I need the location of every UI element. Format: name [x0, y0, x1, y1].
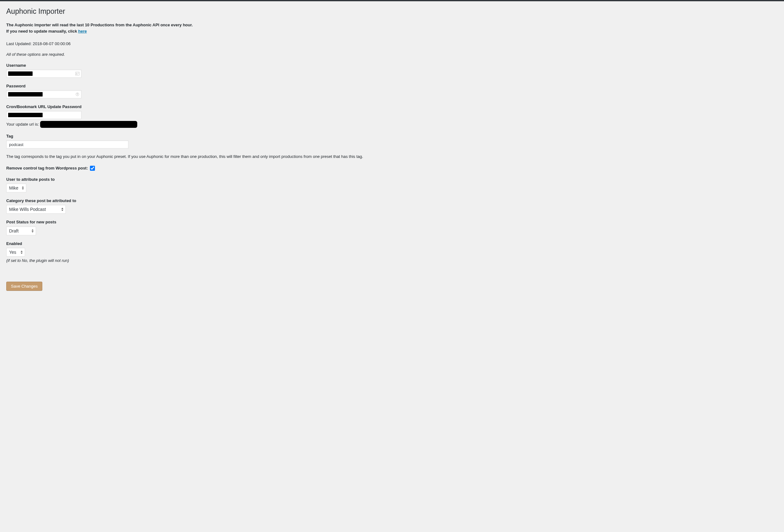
last-updated: Last Updated: 2018-08-07 00:00:06 — [6, 41, 778, 47]
enabled-label: Enabled — [6, 241, 778, 247]
intro-line-2-prefix: If you need to update manually, click — [6, 29, 78, 33]
category-label: Category these post be attributed to — [6, 198, 778, 204]
manual-update-link[interactable]: here — [78, 29, 86, 33]
enabled-note: (if set to No, the plugin will not run) — [6, 258, 778, 263]
cron-password-field-group: Cron/Bookmark URL Update Password Your u… — [6, 104, 778, 128]
svg-point-1 — [76, 73, 77, 74]
last-updated-label: Last Updated: — [6, 41, 33, 46]
intro-text: The Auphonic Importer will read the last… — [6, 22, 778, 34]
update-url-prefix: Your update url is: — [6, 121, 39, 127]
user-attribute-field-group: User to attribute posts to Mike — [6, 177, 778, 192]
password-field-group: Password — [6, 83, 778, 99]
remove-control-tag-label: Remove control tag from Wordpress post: — [6, 165, 88, 171]
last-updated-value: 2018-08-07 00:00:06 — [33, 41, 71, 46]
redacted-bar — [8, 72, 33, 76]
page-title: Auphonic Importer — [6, 6, 778, 16]
tag-input[interactable] — [6, 140, 129, 148]
remove-control-tag-field: Remove control tag from Wordpress post: — [6, 165, 778, 171]
required-note: All of these options are required. — [6, 52, 778, 57]
svg-point-5 — [77, 93, 78, 94]
save-button[interactable]: Save Changes — [6, 282, 42, 291]
key-icon — [75, 92, 80, 96]
password-label: Password — [6, 83, 778, 89]
intro-line-1: The Auphonic Importer will read the last… — [6, 23, 193, 27]
redacted-bar — [8, 92, 43, 96]
contact-card-icon — [75, 72, 80, 76]
enabled-select[interactable]: Yes — [6, 248, 25, 257]
update-url-helper: Your update url is: — [6, 121, 778, 128]
tag-field-group: Tag The tag corresponds to the tag you p… — [6, 134, 778, 160]
category-field-group: Category these post be attributed to Mik… — [6, 198, 778, 214]
enabled-field-group: Enabled Yes (if set to No, the plugin wi… — [6, 241, 778, 263]
user-attribute-select[interactable]: Mike — [6, 184, 26, 192]
page-wrap: Auphonic Importer The Auphonic Importer … — [0, 1, 784, 303]
redacted-bar — [8, 113, 43, 117]
post-status-select[interactable]: Draft — [6, 226, 36, 235]
tag-description: The tag corresponds to the tag you put i… — [6, 153, 778, 160]
tag-label: Tag — [6, 134, 778, 139]
redacted-url — [40, 121, 137, 128]
post-status-label: Post Status for new posts — [6, 219, 778, 225]
cron-password-label: Cron/Bookmark URL Update Password — [6, 104, 778, 110]
user-attribute-label: User to attribute posts to — [6, 177, 778, 183]
username-field-group: Username — [6, 63, 778, 78]
category-select[interactable]: Mike Wills Podcast — [6, 205, 66, 214]
remove-control-tag-checkbox[interactable] — [90, 166, 95, 171]
post-status-field-group: Post Status for new posts Draft — [6, 219, 778, 235]
username-label: Username — [6, 63, 778, 68]
